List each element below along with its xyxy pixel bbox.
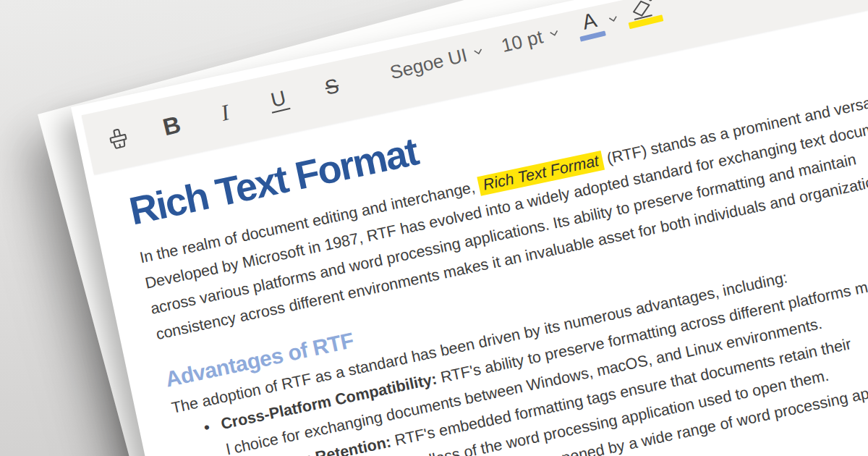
paper-sheet-main: B I U S Segoe UI 10 pt <box>71 0 868 456</box>
chevron-down-icon[interactable] <box>473 47 485 56</box>
font-size-value: 10 pt <box>499 25 545 56</box>
strikethrough-button[interactable]: S <box>318 74 346 101</box>
hero-canvas: B I U S Segoe UI 10 pt <box>0 0 868 456</box>
underline-label: U <box>267 86 291 114</box>
font-name-value: Segoe UI <box>388 43 469 83</box>
font-color-button[interactable]: A <box>574 8 606 41</box>
format-painter-icon <box>103 123 134 154</box>
font-size-select[interactable]: 10 pt <box>499 25 545 57</box>
format-painter-button[interactable] <box>103 123 134 154</box>
font-color-swatch <box>579 30 606 41</box>
bold-button[interactable]: B <box>156 109 187 142</box>
italic-label: I <box>218 99 232 126</box>
font-name-select[interactable]: Segoe UI <box>388 43 469 84</box>
text-highlight-button[interactable] <box>624 0 664 29</box>
font-color-label: A <box>580 9 599 33</box>
strikethrough-label: S <box>323 75 341 99</box>
italic-button[interactable]: I <box>210 98 241 129</box>
chevron-down-icon[interactable] <box>608 14 619 23</box>
bold-label: B <box>160 111 183 142</box>
chevron-down-icon[interactable] <box>549 29 561 38</box>
underline-button[interactable]: U <box>264 85 294 114</box>
